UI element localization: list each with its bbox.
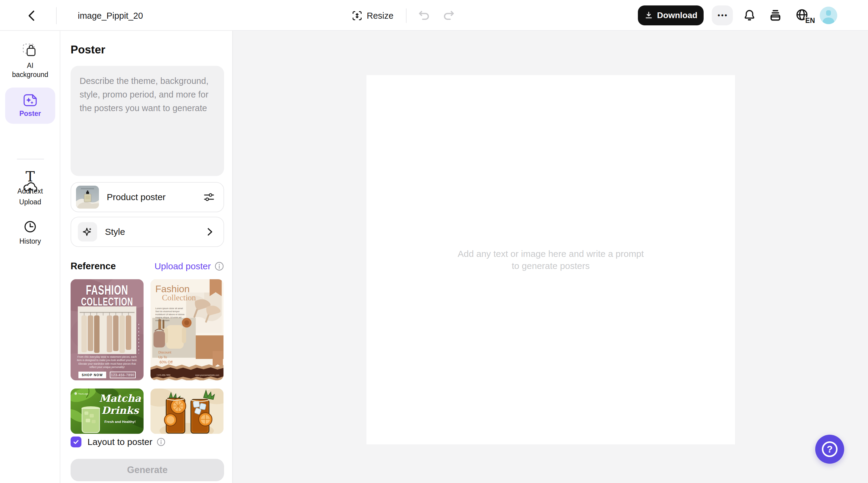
poster-logo: ✽ YourLogo bbox=[74, 392, 88, 396]
poster-logo-mark-icon: ✽ bbox=[74, 392, 77, 396]
poster-discount-line2: Up To bbox=[158, 355, 167, 359]
reference-header-row: Reference Upload poster bbox=[70, 261, 224, 272]
adjust-sliders-icon bbox=[203, 191, 215, 203]
download-icon bbox=[644, 11, 653, 20]
reference-poster-fashion-mauve[interactable]: FASHION COLLECTION From chic everyday we… bbox=[70, 279, 144, 380]
avatar[interactable] bbox=[820, 7, 837, 24]
poster-icon bbox=[23, 93, 38, 107]
assets-storage-button[interactable] bbox=[769, 8, 782, 22]
help-button[interactable]: ? bbox=[815, 435, 844, 464]
sidebar-item-history[interactable]: History bbox=[0, 220, 60, 246]
reference-title: Reference bbox=[70, 261, 154, 272]
reference-poster-fashion-beige[interactable]: Fashion Collection Lorem ipsum dolor sit… bbox=[151, 279, 223, 380]
chevron-right-icon bbox=[204, 226, 215, 237]
topbar-divider-2 bbox=[406, 8, 407, 23]
sidebar: AI background Poster T Add text bbox=[0, 31, 60, 483]
artboard-placeholder-text: Add any text or image here and write a p… bbox=[457, 248, 644, 272]
resize-button[interactable]: Resize bbox=[352, 10, 394, 21]
poster-discount-line3: 60% Off bbox=[159, 360, 173, 364]
download-button[interactable]: Download bbox=[638, 5, 704, 25]
poster-tagline: Fresh and Healthy! bbox=[96, 420, 144, 424]
back-icon bbox=[25, 9, 39, 22]
redo-button[interactable] bbox=[442, 9, 456, 22]
sidebar-item-upload[interactable]: Upload bbox=[0, 181, 60, 206]
sidebar-label: Upload bbox=[19, 197, 41, 206]
more-dots-icon: ••• bbox=[716, 11, 728, 19]
style-sparkle-icon bbox=[78, 222, 97, 242]
ai-background-icon bbox=[22, 43, 38, 58]
poster-discount-line1: Discount bbox=[158, 350, 171, 354]
check-icon bbox=[73, 438, 79, 445]
product-thumbnail bbox=[76, 186, 99, 208]
layout-to-poster-row: Layout to poster bbox=[70, 436, 165, 447]
poster-title-line2: Drinks bbox=[96, 405, 144, 416]
more-options-button[interactable]: ••• bbox=[712, 5, 733, 25]
sidebar-label: History bbox=[19, 237, 41, 246]
sidebar-item-ai-background[interactable]: AI background bbox=[0, 43, 60, 79]
help-question-icon: ? bbox=[822, 441, 838, 457]
poster-title-line1: Matcha bbox=[96, 393, 144, 403]
reference-poster-iced-tea[interactable] bbox=[151, 389, 223, 434]
topbar: image_Pippit_20 Resize bbox=[0, 0, 868, 31]
language-label: EN bbox=[805, 17, 815, 24]
redo-icon bbox=[442, 9, 456, 22]
style-card[interactable]: Style bbox=[70, 217, 224, 247]
poster-title-line2: Collection bbox=[162, 293, 196, 303]
poster-phone: +123-456-7890 bbox=[157, 374, 170, 376]
poster-website: www.yourownwebsite.com bbox=[195, 374, 219, 376]
download-label: Download bbox=[657, 10, 698, 20]
canvas-area: Add any text or image here and write a p… bbox=[233, 31, 868, 483]
undo-button[interactable] bbox=[417, 9, 431, 22]
upload-icon bbox=[22, 181, 38, 194]
resize-icon bbox=[352, 10, 363, 21]
topbar-divider bbox=[56, 7, 57, 24]
layout-to-poster-label: Layout to poster bbox=[88, 437, 152, 447]
artboard[interactable]: Add any text or image here and write a p… bbox=[367, 75, 735, 444]
storage-icon bbox=[769, 8, 782, 22]
style-label: Style bbox=[105, 227, 204, 237]
poster-body-text: From chic everyday wear to statement pie… bbox=[76, 355, 137, 369]
product-poster-card[interactable]: Product poster bbox=[70, 182, 224, 212]
generate-button[interactable]: Generate bbox=[70, 459, 224, 481]
product-poster-label: Product poster bbox=[107, 192, 203, 202]
poster-body-text: Lorem ipsum dolor sit amet Sed do eiusmo… bbox=[155, 307, 186, 322]
poster-shop-now-button: SHOP NOW bbox=[79, 372, 106, 378]
history-icon bbox=[23, 220, 37, 234]
poster-artwork bbox=[151, 389, 223, 434]
prompt-input[interactable] bbox=[70, 66, 224, 176]
poster-logo-text: YourLogo bbox=[78, 393, 88, 395]
layout-to-poster-checkbox[interactable] bbox=[70, 436, 82, 447]
sidebar-label: AI background bbox=[9, 61, 51, 79]
resize-label: Resize bbox=[367, 11, 394, 21]
upload-poster-link[interactable]: Upload poster bbox=[154, 261, 211, 272]
panel-title: Poster bbox=[70, 44, 105, 56]
notifications-button[interactable] bbox=[743, 8, 756, 22]
avatar-person-icon bbox=[820, 7, 837, 24]
document-title: image_Pippit_20 bbox=[78, 11, 143, 21]
language-button[interactable]: EN bbox=[795, 8, 814, 24]
back-button[interactable] bbox=[25, 9, 39, 22]
sidebar-item-poster[interactable]: Poster bbox=[5, 88, 55, 124]
poster-title-line2: COLLECTION bbox=[70, 295, 144, 308]
layout-info-icon[interactable] bbox=[157, 437, 165, 447]
reference-poster-matcha[interactable]: ✽ YourLogo Matcha Drinks Fresh and Healt… bbox=[70, 389, 144, 434]
poster-panel: Poster Product poster bbox=[60, 31, 233, 483]
poster-phone: 123-456-7890 bbox=[110, 372, 136, 378]
undo-icon bbox=[417, 9, 431, 22]
upload-poster-info-icon[interactable] bbox=[214, 261, 224, 271]
app-root: image_Pippit_20 Resize bbox=[0, 0, 868, 483]
bell-icon bbox=[743, 8, 756, 22]
sidebar-label: Poster bbox=[19, 109, 41, 118]
